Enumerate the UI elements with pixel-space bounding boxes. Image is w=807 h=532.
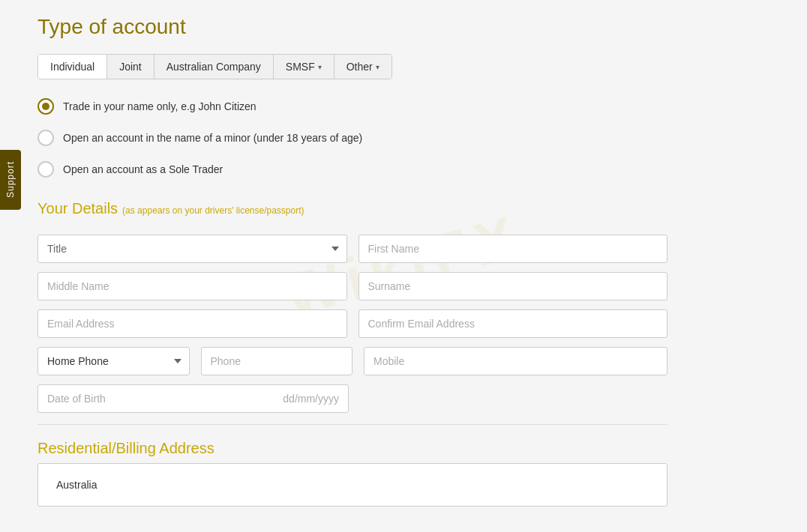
phone-type-field: Home Phone Work Phone Mobile (38, 347, 190, 375)
mobile-field (364, 347, 668, 375)
phone-type-select[interactable]: Home Phone Work Phone Mobile (38, 347, 190, 375)
surname-input[interactable] (358, 272, 668, 300)
country-select-wrapper: Australia United States United Kingdom (38, 463, 668, 507)
radio-circle-trade-own (38, 98, 54, 115)
other-dropdown-arrow: ▾ (376, 63, 380, 71)
radio-minor[interactable]: Open an account in the name of a minor (… (38, 130, 668, 146)
surname-field (358, 272, 668, 300)
confirm-email-field (358, 309, 668, 338)
email-input[interactable] (38, 309, 347, 338)
tab-other[interactable]: Other ▾ (334, 55, 392, 79)
confirm-email-input[interactable] (358, 309, 668, 338)
phone-row: Home Phone Work Phone Mobile (38, 347, 668, 375)
mobile-input[interactable] (364, 347, 668, 375)
dob-label: Date of Birth (47, 393, 106, 405)
country-field: Australia United States United Kingdom (38, 463, 668, 507)
first-name-field (358, 235, 668, 263)
your-details-subtext: (as appears on your drivers' license/pas… (122, 205, 304, 216)
tab-individual[interactable]: Individual (38, 55, 107, 79)
title-field: Title Mr Mrs Ms Dr (38, 235, 347, 263)
middle-name-field (38, 272, 347, 300)
tab-joint[interactable]: Joint (107, 55, 154, 79)
title-select[interactable]: Title Mr Mrs Ms Dr (38, 235, 347, 263)
section-divider (38, 424, 668, 425)
radio-circle-sole-trader (38, 161, 54, 178)
email-row (38, 309, 668, 338)
radio-sole-trader[interactable]: Open an account as a Sole Trader (38, 161, 668, 178)
first-name-input[interactable] (358, 235, 668, 263)
smsf-dropdown-arrow: ▾ (318, 63, 322, 71)
residential-section: Residential/Billing Address Australia Un… (38, 440, 668, 507)
your-details-heading: Your Details (38, 200, 118, 217)
email-field (38, 309, 347, 338)
dob-placeholder: dd/mm/yyyy (283, 393, 339, 405)
country-select[interactable]: Australia United States United Kingdom (47, 471, 658, 498)
middlename-surname-row (38, 272, 668, 300)
tab-australian-company[interactable]: Australian Company (154, 55, 274, 79)
address-country-row: Australia United States United Kingdom (38, 463, 668, 507)
support-tab[interactable]: Support (0, 150, 21, 210)
dob-row: Date of Birth dd/mm/yyyy (38, 384, 668, 413)
residential-heading: Residential/Billing Address (38, 440, 668, 457)
title-firstname-row: Title Mr Mrs Ms Dr (38, 235, 668, 263)
account-type-tabs: Individual Joint Australian Company SMSF… (38, 54, 392, 79)
radio-label-sole-trader: Open an account as a Sole Trader (63, 163, 223, 175)
account-type-radio-group: Trade in your name only, e.g John Citize… (38, 98, 668, 178)
radio-circle-minor (38, 130, 54, 146)
middle-name-input[interactable] (38, 272, 347, 300)
phone-number-input[interactable] (201, 347, 353, 375)
dob-field[interactable]: Date of Birth dd/mm/yyyy (38, 384, 349, 413)
radio-trade-own[interactable]: Trade in your name only, e.g John Citize… (38, 98, 668, 115)
radio-label-trade-own: Trade in your name only, e.g John Citize… (63, 100, 256, 112)
phone-number-field (201, 347, 353, 375)
page-title: Type of account (38, 15, 668, 39)
tab-smsf[interactable]: SMSF ▾ (274, 55, 334, 79)
radio-label-minor: Open an account in the name of a minor (… (63, 132, 362, 144)
your-details-header-row: Your Details (as appears on your drivers… (38, 200, 668, 223)
